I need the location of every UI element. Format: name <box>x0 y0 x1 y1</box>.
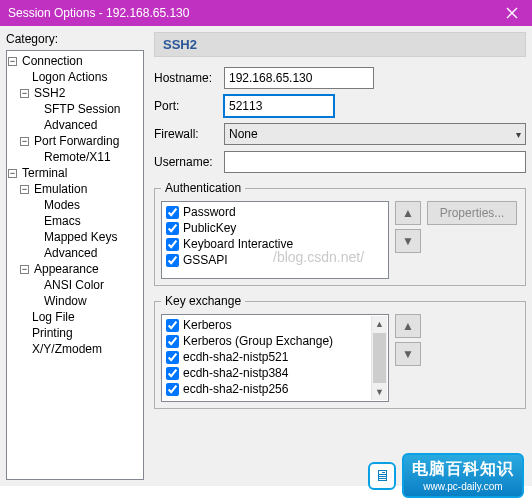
auth-gssapi-label: GSSAPI <box>183 253 228 267</box>
scroll-up-icon[interactable]: ▲ <box>372 316 387 332</box>
triangle-down-icon: ▼ <box>402 234 414 248</box>
tree-log-file[interactable]: Log File <box>30 310 77 324</box>
tree-ansi-color[interactable]: ANSI Color <box>42 278 106 292</box>
triangle-up-icon: ▲ <box>402 319 414 333</box>
tree-mapped-keys[interactable]: Mapped Keys <box>42 230 119 244</box>
close-button[interactable] <box>492 0 532 26</box>
expand-icon[interactable]: − <box>20 137 29 146</box>
expand-icon[interactable]: − <box>20 185 29 194</box>
tree-connection[interactable]: Connection <box>20 54 85 68</box>
move-up-button[interactable]: ▲ <box>395 201 421 225</box>
category-label: Category: <box>6 32 144 46</box>
properties-button-label: Properties... <box>440 206 505 220</box>
badge-box: 电脑百科知识 www.pc-daily.com <box>402 453 524 498</box>
key-exchange-list[interactable]: Kerberos Kerberos (Group Exchange) ecdh-… <box>161 314 389 402</box>
tree-advanced[interactable]: Advanced <box>42 118 99 132</box>
window-title: Session Options - 192.168.65.130 <box>8 6 189 20</box>
tree-terminal[interactable]: Terminal <box>20 166 69 180</box>
tree-ssh2[interactable]: SSH2 <box>32 86 67 100</box>
badge-url: www.pc-daily.com <box>423 481 502 492</box>
authentication-legend: Authentication <box>161 181 245 195</box>
kex-checkbox[interactable] <box>166 319 179 332</box>
kex-checkbox[interactable] <box>166 351 179 364</box>
list-item: GSSAPI <box>166 252 384 268</box>
triangle-down-icon: ▼ <box>402 347 414 361</box>
kex-checkbox[interactable] <box>166 335 179 348</box>
scroll-thumb[interactable] <box>373 333 386 383</box>
monitor-icon: 🖥 <box>368 462 396 490</box>
tree-logon-actions[interactable]: Logon Actions <box>30 70 109 84</box>
key-exchange-legend: Key exchange <box>161 294 245 308</box>
kex-label: ecdh-sha2-nistp521 <box>183 350 288 364</box>
firewall-label: Firewall: <box>154 127 224 141</box>
authentication-group: Authentication Password PublicKey Keyboa… <box>154 181 526 286</box>
list-item: ecdh-sha2-nistp521 <box>166 349 384 365</box>
list-item: Keyboard Interactive <box>166 236 384 252</box>
tree-modes[interactable]: Modes <box>42 198 82 212</box>
port-label: Port: <box>154 99 224 113</box>
titlebar: Session Options - 192.168.65.130 <box>0 0 532 26</box>
badge-title: 电脑百科知识 <box>412 459 514 480</box>
kex-label: Kerberos (Group Exchange) <box>183 334 333 348</box>
list-item: ecdh-sha2-nistp384 <box>166 365 384 381</box>
expand-icon[interactable]: − <box>8 169 17 178</box>
auth-password-label: Password <box>183 205 236 219</box>
kex-label: ecdh-sha2-nistp384 <box>183 366 288 380</box>
expand-icon[interactable]: − <box>20 89 29 98</box>
tree-port-forwarding[interactable]: Port Forwarding <box>32 134 121 148</box>
key-exchange-group: Key exchange Kerberos Kerberos (Group Ex… <box>154 294 526 409</box>
auth-kbdint-checkbox[interactable] <box>166 238 179 251</box>
hostname-label: Hostname: <box>154 71 224 85</box>
port-input[interactable] <box>224 95 334 117</box>
list-item: ecdh-sha2-nistp256 <box>166 381 384 397</box>
kex-checkbox[interactable] <box>166 367 179 380</box>
auth-password-checkbox[interactable] <box>166 206 179 219</box>
tree-emulation[interactable]: Emulation <box>32 182 89 196</box>
tree-xyzmodem[interactable]: X/Y/Zmodem <box>30 342 104 356</box>
tree-printing[interactable]: Printing <box>30 326 75 340</box>
tree-window[interactable]: Window <box>42 294 89 308</box>
scroll-down-icon[interactable]: ▼ <box>372 384 387 400</box>
authentication-list[interactable]: Password PublicKey Keyboard Interactive … <box>161 201 389 279</box>
panel-heading: SSH2 <box>154 32 526 57</box>
username-label: Username: <box>154 155 224 169</box>
tree-remote-x11[interactable]: Remote/X11 <box>42 150 113 164</box>
tree-appearance[interactable]: Appearance <box>32 262 101 276</box>
triangle-up-icon: ▲ <box>402 206 414 220</box>
tree-sftp-session[interactable]: SFTP Session <box>42 102 122 116</box>
chevron-down-icon: ▾ <box>516 129 521 140</box>
list-item: Kerberos (Group Exchange) <box>166 333 384 349</box>
auth-gssapi-checkbox[interactable] <box>166 254 179 267</box>
kex-checkbox[interactable] <box>166 383 179 396</box>
expand-icon[interactable]: − <box>8 57 17 66</box>
properties-button[interactable]: Properties... <box>427 201 517 225</box>
tree-emacs[interactable]: Emacs <box>42 214 83 228</box>
list-item: PublicKey <box>166 220 384 236</box>
move-down-button[interactable]: ▼ <box>395 342 421 366</box>
watermark-badge: 🖥 电脑百科知识 www.pc-daily.com <box>368 453 524 498</box>
expand-icon[interactable]: − <box>20 265 29 274</box>
auth-kbdint-label: Keyboard Interactive <box>183 237 293 251</box>
auth-publickey-label: PublicKey <box>183 221 236 235</box>
list-item: Kerberos <box>166 317 384 333</box>
category-tree[interactable]: −Connection Logon Actions −SSH2 SFTP Ses… <box>6 50 144 480</box>
firewall-select[interactable]: None ▾ <box>224 123 526 145</box>
close-icon <box>506 7 518 19</box>
username-input[interactable] <box>224 151 526 173</box>
kex-label: ecdh-sha2-nistp256 <box>183 382 288 396</box>
tree-advanced-2[interactable]: Advanced <box>42 246 99 260</box>
firewall-value: None <box>229 127 258 141</box>
list-item: Password <box>166 204 384 220</box>
move-up-button[interactable]: ▲ <box>395 314 421 338</box>
hostname-input[interactable] <box>224 67 374 89</box>
move-down-button[interactable]: ▼ <box>395 229 421 253</box>
kex-label: Kerberos <box>183 318 232 332</box>
auth-publickey-checkbox[interactable] <box>166 222 179 235</box>
scrollbar[interactable]: ▲ ▼ <box>371 316 387 400</box>
